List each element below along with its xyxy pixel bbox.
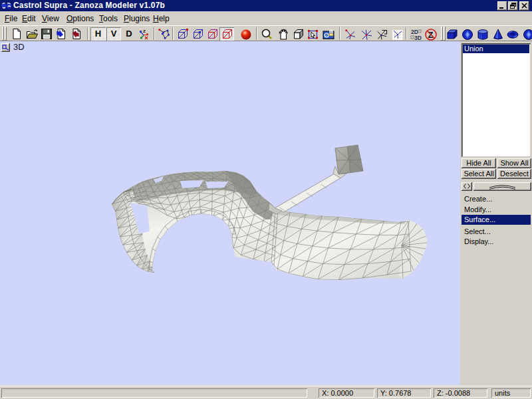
- svg-text:3D: 3D: [414, 35, 422, 41]
- svg-text:z: z: [143, 28, 146, 34]
